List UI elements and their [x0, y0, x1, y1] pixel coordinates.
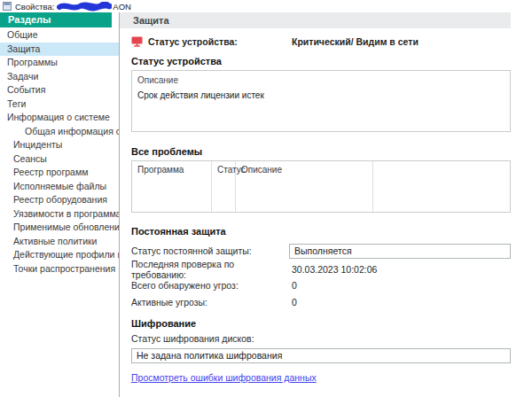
field-label: Активные угрозы:: [131, 297, 289, 307]
sidebar-item-точки-распространения[interactable]: Точки распространения: [0, 262, 119, 276]
sidebar-item-действующие-профили-политик[interactable]: Действующие профили политик: [0, 248, 119, 262]
problems-table[interactable]: Программа Статус Описание: [131, 160, 511, 213]
sidebar-item-информация-о-системе[interactable]: Информация о системе: [0, 111, 119, 125]
column-header-description[interactable]: Описание: [236, 161, 373, 212]
realtime-fields: Статус постоянной защиты:ВыполняетсяПосл…: [131, 241, 511, 310]
sidebar-item-задачи[interactable]: Задачи: [0, 70, 119, 84]
window-title-suffix: AON: [113, 2, 131, 12]
status-description-item[interactable]: Срок действия лицензии истек: [137, 90, 505, 100]
field-label: Последняя проверка по требованию:: [131, 259, 289, 280]
device-status-label: Статус устройства:: [148, 36, 238, 47]
panel-title: Защита: [120, 12, 511, 28]
field-label: Статус постоянной защиты:: [131, 245, 289, 256]
sidebar-item-события[interactable]: События: [0, 83, 119, 97]
field-row: Статус постоянной защиты:Выполняется: [131, 241, 511, 261]
sidebar-item-реестр-программ[interactable]: Реестр программ: [0, 166, 119, 180]
column-header-program[interactable]: Программа: [132, 161, 212, 212]
sections-sidebar: Разделы ОбщиеЗащитаПрограммыЗадачиСобыти…: [0, 12, 119, 397]
properties-window: Свойства: AON Разделы ОбщиеЗащитаПрограм…: [0, 0, 532, 397]
sidebar-item-реестр-оборудования[interactable]: Реестр оборудования: [0, 193, 119, 207]
redaction-scribble: [57, 2, 112, 12]
sidebar-item-общая-информация-о-системе[interactable]: Общая информация о системе: [0, 125, 119, 139]
realtime-heading: Постоянная защита: [131, 226, 511, 237]
encryption-status-label: Статус шифрования дисков:: [131, 333, 511, 344]
sidebar-item-активные-политики[interactable]: Активные политики: [0, 235, 119, 249]
problems-heading: Все проблемы: [131, 146, 511, 157]
column-header-empty: [373, 161, 510, 212]
list-column-header: Описание: [137, 75, 505, 85]
field-row: Последняя проверка по требованию:30.03.2…: [131, 261, 511, 277]
sidebar-item-уязвимости-в-программах[interactable]: Уязвимости в программах: [0, 207, 119, 222]
device-status-list[interactable]: Описание Срок действия лицензии истек: [131, 70, 511, 132]
sidebar-item-программы[interactable]: Программы: [0, 56, 119, 70]
column-header-status[interactable]: Статус: [212, 161, 236, 212]
sidebar-item-защита[interactable]: Защита: [0, 43, 119, 57]
field-value-box[interactable]: Выполняется: [289, 244, 511, 259]
field-value: 0: [292, 280, 297, 291]
device-status-row: Статус устройства: Критический/ Видим в …: [131, 35, 511, 48]
title-bar: Свойства: AON: [0, 0, 532, 12]
sidebar-item-общие[interactable]: Общие: [0, 28, 119, 43]
device-status-value: Критический/ Видим в сети: [292, 36, 419, 47]
sidebar-item-исполняемые-файлы[interactable]: Исполняемые файлы: [0, 180, 119, 194]
encryption-heading: Шифрование: [131, 318, 511, 329]
sidebar-header: Разделы: [0, 12, 112, 27]
protection-panel: Защита Статус устройства: Критический/ В…: [120, 12, 511, 397]
sidebar-item-применимые-обновления[interactable]: Применимые обновления: [0, 221, 119, 235]
sidebar-item-инциденты[interactable]: Инциденты: [0, 138, 119, 152]
field-row: Всего обнаружено угроз:0: [131, 278, 511, 294]
sidebar-items: ОбщиеЗащитаПрограммыЗадачиСобытияТегиИнф…: [0, 27, 119, 276]
field-value: 30.03.2023 10:02:06: [292, 264, 377, 275]
red-monitor-icon: [131, 36, 143, 47]
sidebar-item-теги[interactable]: Теги: [0, 97, 119, 112]
window-title-prefix: Свойства:: [15, 2, 54, 12]
sidebar-item-сеансы[interactable]: Сеансы: [0, 152, 119, 167]
device-status-heading: Статус устройства: [131, 56, 511, 66]
view-encryption-errors-link[interactable]: Просмотреть ошибки шифрования данных: [131, 372, 317, 383]
field-row: Активные угрозы:0: [131, 294, 511, 310]
field-value: 0: [292, 297, 297, 307]
field-label: Всего обнаружено угроз:: [131, 280, 289, 291]
window-icon: [3, 2, 12, 11]
encryption-status-field[interactable]: Не задана политика шифрования: [131, 348, 511, 363]
